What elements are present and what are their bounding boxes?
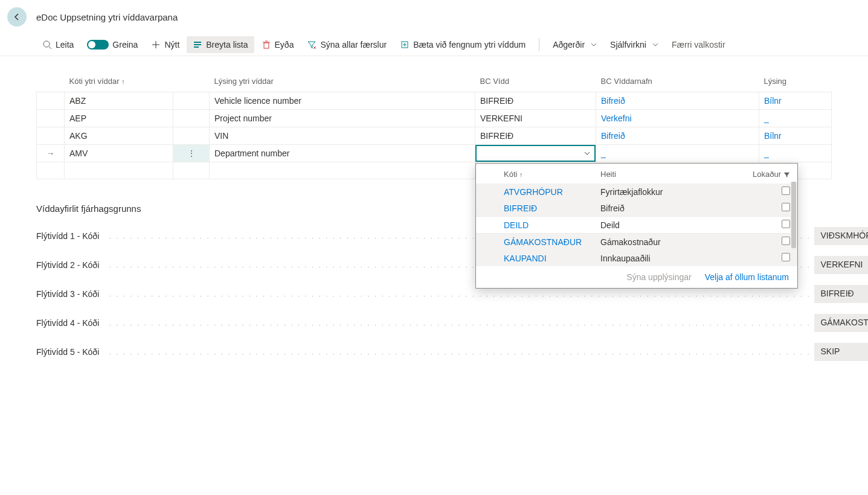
fewer-options-link[interactable]: Færri valkostir (666, 36, 731, 53)
delete-button[interactable]: Eyða (256, 36, 300, 53)
cell-code[interactable]: AMV (65, 145, 173, 162)
automate-menu[interactable]: Sjálfvirkni (604, 36, 664, 53)
cell-code[interactable]: AEP (65, 110, 173, 127)
delete-label: Eyða (275, 40, 294, 50)
dd-option[interactable]: ATVGRHÓPUR Fyrirtækjaflokkur (476, 184, 797, 200)
dim-value[interactable]: GÁMAKOSTNAÐUR (814, 314, 868, 332)
dd-option[interactable]: GÁMAKOSTNAÐUR Gámakostnaður (476, 234, 797, 250)
cell-desc[interactable]: Vehicle licence number (210, 92, 475, 110)
cell-bcname[interactable]: Bifreið (596, 92, 759, 110)
dim-field: Flýtivídd 5 - Kóði · · · · · · · · · · ·… (36, 343, 868, 361)
dots: · · · · · · · · · · · · · · · · · · · · … (106, 351, 814, 357)
th-bcname[interactable]: BC Víddarnafn (596, 71, 759, 92)
svg-rect-5 (194, 44, 201, 45)
toggle-switch-icon (87, 40, 109, 50)
back-button[interactable] (7, 7, 27, 27)
th-lysing[interactable]: Lýsing (759, 71, 832, 92)
dd-th-name[interactable]: Heiti (600, 170, 742, 179)
cell-code[interactable]: ABZ (65, 92, 173, 110)
cell-lysing[interactable]: _ (759, 145, 832, 162)
chevron-down-icon (583, 150, 591, 157)
th-bcvidd[interactable]: BC Vídd (475, 71, 596, 92)
dd-option[interactable]: DEILD Deild (476, 216, 797, 234)
cell-desc[interactable]: Department number (210, 145, 475, 162)
new-button[interactable]: Nýtt (145, 36, 185, 53)
dd-show-details: Sýna upplýsingar (626, 272, 691, 282)
dimension-mapping-table: Kóti ytri víddar ↑ Lýsing ytri víddar BC… (36, 71, 832, 179)
dim-label: Flýtivídd 5 - Kóði (36, 347, 106, 357)
table-row[interactable]: AEP Project number VERKEFNI Verkefni _ (37, 110, 832, 127)
add-ext-label: Bæta við fengnum ytri víddum (413, 40, 526, 50)
toolbar: Leita Greina Nýtt Breyta lista Eyða Sýna… (0, 34, 868, 56)
dim-value[interactable]: BIFREIÐ (814, 285, 868, 303)
table-row[interactable]: AKG VIN BIFREIÐ Bifreið Bílnr (37, 127, 832, 145)
search-icon (42, 40, 52, 50)
dim-label: Flýtivídd 2 - Kóði (36, 260, 106, 270)
table-row[interactable]: ABZ Vehicle licence number BIFREIÐ Bifre… (37, 92, 832, 110)
dim-label: Flýtivídd 1 - Kóði (36, 231, 106, 241)
dd-th-code[interactable]: Kóti ↑ (504, 170, 600, 179)
dots: · · · · · · · · · · · · · · · · · · · · … (106, 322, 814, 328)
fewer-label: Færri valkostir (672, 40, 725, 50)
edit-list-label: Breyta lista (206, 40, 248, 50)
dim-field: Flýtivídd 4 - Kóði · · · · · · · · · · ·… (36, 314, 868, 332)
analyze-toggle[interactable]: Greina (81, 36, 144, 53)
sort-asc-icon: ↑ (519, 171, 523, 178)
automate-label: Sjálfvirkni (610, 40, 646, 50)
svg-rect-4 (194, 42, 201, 43)
cell-lysing[interactable]: Bílnr (759, 127, 832, 145)
plus-icon (151, 40, 161, 50)
cell-desc[interactable]: VIN (210, 127, 475, 145)
svg-point-0 (43, 41, 50, 47)
svg-line-1 (49, 46, 51, 49)
dim-value[interactable]: VERKEFNI (814, 256, 868, 274)
edit-list-icon (193, 40, 202, 50)
th-code[interactable]: Kóti ytri víddar ↑ (65, 71, 173, 92)
search-button[interactable]: Leita (36, 36, 80, 53)
cell-bcname[interactable]: Verkefni (596, 110, 759, 127)
dd-option[interactable]: KAUPANDI Innkaupaaðili (476, 250, 797, 266)
row-actions-button[interactable]: ⋮ (173, 145, 210, 162)
scrollbar-thumb[interactable] (791, 182, 796, 248)
checkbox-icon (782, 237, 790, 245)
new-label: Nýtt (164, 40, 179, 50)
actions-label: Aðgerðir (553, 40, 585, 50)
cell-lysing[interactable]: _ (759, 110, 832, 127)
dots: · · · · · · · · · · · · · · · · · · · · … (106, 293, 814, 299)
cell-code[interactable]: AKG (65, 127, 173, 145)
arrow-left-icon (12, 12, 22, 22)
show-all-label: Sýna allar færslur (320, 40, 387, 50)
analyze-label: Greina (112, 40, 138, 50)
cell-bcvidd-active[interactable]: Kóti ↑ Heiti Lokaður ATVGRHÓPUR Fyrirtæk… (475, 145, 596, 162)
chevron-down-icon (652, 40, 658, 50)
filter-icon (781, 170, 790, 179)
add-ext-dim-button[interactable]: Bæta við fengnum ytri víddum (394, 36, 532, 53)
trash-icon (262, 40, 271, 50)
scrollbar[interactable] (790, 182, 797, 266)
table-row[interactable]: → AMV ⋮ Department number Kóti ↑ Heiti L… (37, 145, 832, 162)
cell-desc[interactable]: Project number (210, 110, 475, 127)
cell-bcvidd[interactable]: BIFREIÐ (475, 127, 596, 145)
bcvidd-lookup-input[interactable]: Kóti ↑ Heiti Lokaður ATVGRHÓPUR Fyrirtæk… (475, 145, 596, 162)
dim-label: Flýtivídd 3 - Kóði (36, 289, 106, 299)
cell-lysing[interactable]: Bílnr (759, 92, 832, 110)
edit-list-button[interactable]: Breyta lista (187, 36, 254, 53)
bcvidd-dropdown: Kóti ↑ Heiti Lokaður ATVGRHÓPUR Fyrirtæk… (475, 163, 798, 289)
cell-bcvidd[interactable]: VERKEFNI (475, 110, 596, 127)
checkbox-icon (782, 253, 790, 261)
page-title: eDoc Uppsetning ytri víddavarpana (36, 12, 178, 22)
cell-bcname[interactable]: _ (596, 145, 759, 162)
checkbox-icon (782, 187, 790, 195)
dd-th-lock[interactable]: Lokaður (742, 170, 790, 179)
checkbox-icon (782, 220, 790, 228)
dim-value[interactable]: SKIP (814, 343, 868, 361)
dd-select-from-list[interactable]: Velja af öllum listanum (705, 272, 789, 282)
show-all-button[interactable]: Sýna allar færslur (301, 36, 393, 53)
cell-bcname[interactable]: Bifreið (596, 127, 759, 145)
dim-value[interactable]: VIÐSKMHÓPUR (814, 227, 868, 245)
actions-menu[interactable]: Aðgerðir (547, 36, 603, 53)
th-desc[interactable]: Lýsing ytri víddar (210, 71, 475, 92)
svg-rect-7 (264, 43, 269, 48)
cell-bcvidd[interactable]: BIFREIÐ (475, 92, 596, 110)
dd-option[interactable]: BIFREIÐ Bifreið (476, 200, 797, 216)
